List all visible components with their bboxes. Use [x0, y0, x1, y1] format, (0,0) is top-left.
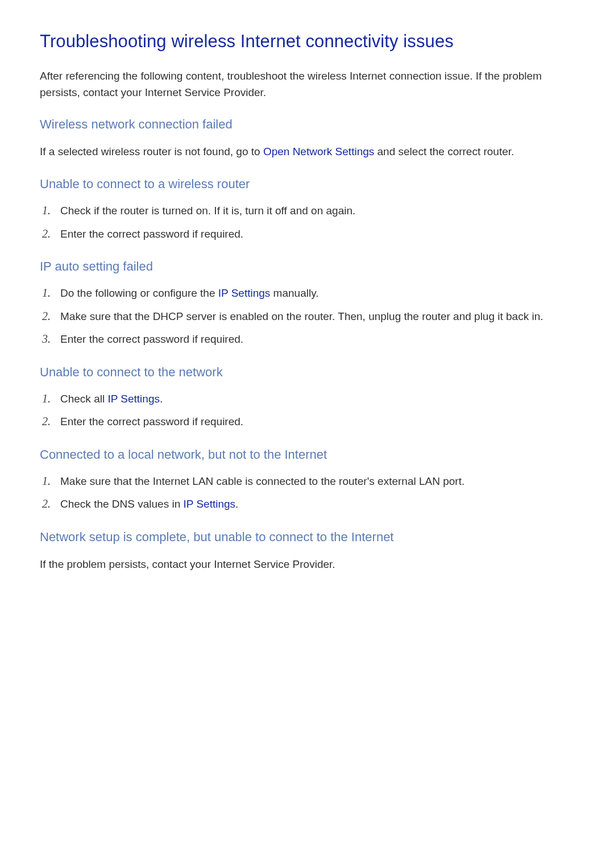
- list-text: Check all IP Settings.: [60, 391, 574, 408]
- list-marker: 2.: [40, 415, 60, 428]
- paragraph-contact-isp: If the problem persists, contact your In…: [40, 556, 574, 572]
- list-marker: 2.: [40, 497, 60, 510]
- section-local-not-internet: Connected to a local network, but not to…: [40, 447, 574, 513]
- link-ip-settings[interactable]: IP Settings: [184, 498, 236, 510]
- intro-paragraph: After referencing the following content,…: [40, 68, 574, 101]
- paragraph-open-network-settings: If a selected wireless router is not fou…: [40, 143, 574, 160]
- list-marker: 3.: [40, 333, 60, 346]
- list-item: 3. Enter the correct password if require…: [40, 331, 574, 348]
- list-item: 2. Enter the correct password if require…: [40, 226, 574, 243]
- list-text: Check the DNS values in IP Settings.: [60, 496, 574, 513]
- heading-unable-connect-network: Unable to connect to the network: [40, 365, 574, 380]
- list-marker: 1.: [40, 286, 60, 300]
- text-run: .: [235, 498, 238, 510]
- heading-local-not-internet: Connected to a local network, but not to…: [40, 447, 574, 462]
- text-run: Check the DNS values in: [60, 498, 184, 510]
- list-item: 2. Enter the correct password if require…: [40, 414, 574, 430]
- section-unable-connect-router: Unable to connect to a wireless router 1…: [40, 177, 574, 242]
- list-item: 1. Do the following or configure the IP …: [40, 285, 574, 302]
- list-text: Do the following or configure the IP Set…: [60, 285, 574, 302]
- heading-ip-auto-failed: IP auto setting failed: [40, 259, 574, 274]
- list-text: Check if the router is turned on. If it …: [60, 203, 574, 219]
- list-marker: 1.: [40, 204, 60, 217]
- list-text: Enter the correct password if required.: [60, 331, 574, 348]
- text-run: and select the correct router.: [374, 146, 514, 157]
- page-title: Troubleshooting wireless Internet connec…: [40, 31, 574, 52]
- section-unable-connect-network: Unable to connect to the network 1. Chec…: [40, 365, 574, 430]
- list-text: Make sure that the DHCP server is enable…: [60, 309, 574, 325]
- list-text: Enter the correct password if required.: [60, 226, 574, 243]
- link-open-network-settings[interactable]: Open Network Settings: [263, 146, 374, 157]
- list-item: 1. Check all IP Settings.: [40, 391, 574, 408]
- list-unable-connect-network: 1. Check all IP Settings. 2. Enter the c…: [40, 391, 574, 430]
- list-ip-auto-failed: 1. Do the following or configure the IP …: [40, 285, 574, 348]
- text-run: Check all: [60, 393, 107, 405]
- text-run: Do the following or configure the: [60, 287, 218, 299]
- list-unable-connect-router: 1. Check if the router is turned on. If …: [40, 203, 574, 242]
- section-setup-complete-no-internet: Network setup is complete, but unable to…: [40, 530, 574, 572]
- list-item: 1. Check if the router is turned on. If …: [40, 203, 574, 219]
- text-run: manually.: [270, 287, 318, 299]
- heading-unable-connect-router: Unable to connect to a wireless router: [40, 177, 574, 192]
- link-ip-settings[interactable]: IP Settings: [218, 287, 271, 299]
- section-ip-auto-failed: IP auto setting failed 1. Do the followi…: [40, 259, 574, 348]
- list-marker: 2.: [40, 310, 60, 323]
- list-marker: 1.: [40, 392, 60, 405]
- heading-setup-complete-no-internet: Network setup is complete, but unable to…: [40, 530, 574, 545]
- text-run: .: [160, 393, 163, 405]
- section-wireless-connection-failed: Wireless network connection failed If a …: [40, 117, 574, 160]
- list-item: 2. Make sure that the DHCP server is ena…: [40, 309, 574, 325]
- text-run: If a selected wireless router is not fou…: [40, 146, 263, 157]
- list-item: 2. Check the DNS values in IP Settings.: [40, 496, 574, 513]
- list-marker: 2.: [40, 227, 60, 240]
- heading-wireless-connection-failed: Wireless network connection failed: [40, 117, 574, 132]
- list-local-not-internet: 1. Make sure that the Internet LAN cable…: [40, 474, 574, 513]
- list-item: 1. Make sure that the Internet LAN cable…: [40, 474, 574, 490]
- list-text: Make sure that the Internet LAN cable is…: [60, 474, 574, 490]
- list-text: Enter the correct password if required.: [60, 414, 574, 430]
- link-ip-settings[interactable]: IP Settings: [107, 393, 160, 405]
- list-marker: 1.: [40, 475, 60, 488]
